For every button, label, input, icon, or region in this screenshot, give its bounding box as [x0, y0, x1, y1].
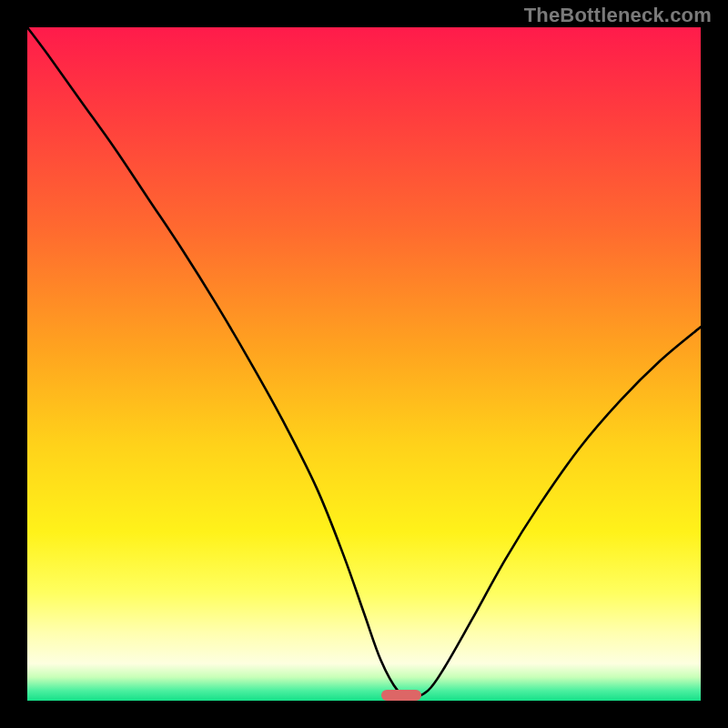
watermark-text: TheBottleneck.com: [524, 4, 712, 27]
plot-area: [27, 27, 701, 701]
bottleneck-curve: [27, 27, 701, 701]
outer-frame: TheBottleneck.com: [0, 0, 728, 728]
optimal-marker: [381, 690, 421, 701]
